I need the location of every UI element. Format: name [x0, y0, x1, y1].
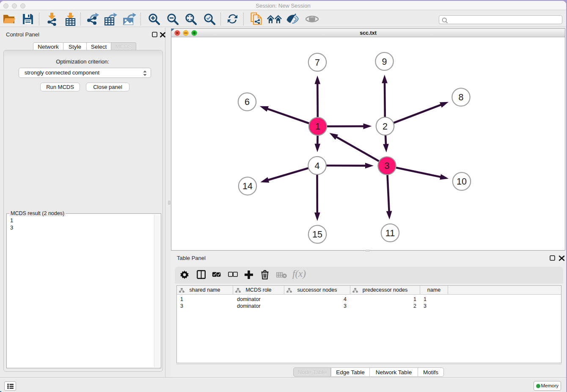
svg-text:3: 3 — [385, 161, 390, 171]
svg-text:8: 8 — [459, 92, 464, 102]
svg-text:10: 10 — [457, 177, 467, 187]
svg-text:7: 7 — [315, 57, 320, 67]
svg-text:4: 4 — [315, 160, 320, 171]
svg-text:9: 9 — [382, 56, 387, 66]
svg-text:11: 11 — [385, 228, 395, 238]
svg-text:6: 6 — [245, 97, 250, 107]
svg-text:14: 14 — [242, 181, 253, 191]
svg-text:2: 2 — [383, 121, 388, 131]
svg-text:15: 15 — [312, 229, 322, 240]
svg-text:1: 1 — [315, 121, 320, 132]
